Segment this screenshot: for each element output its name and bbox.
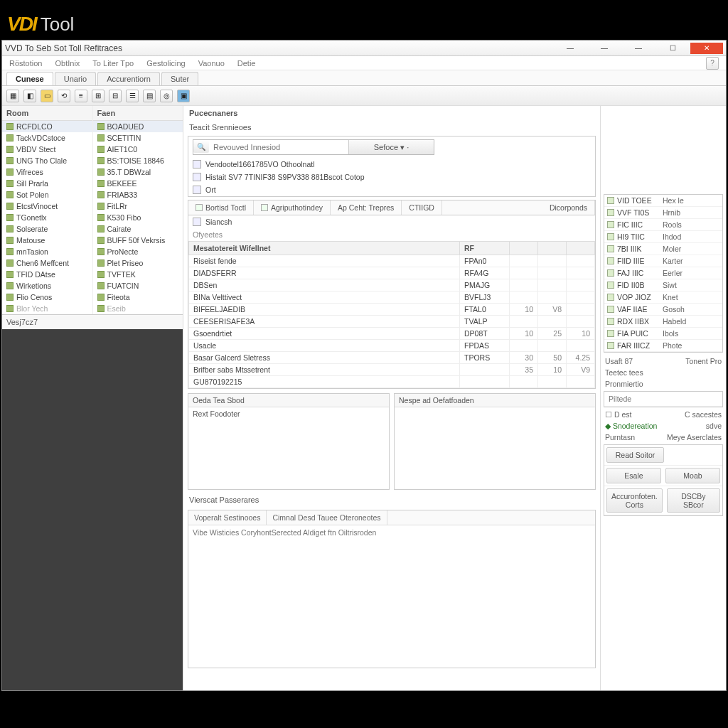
doc-tab[interactable]: Suter	[161, 72, 198, 85]
table-icon[interactable]: ⊞	[92, 90, 105, 102]
tree-item[interactable]: Blor Yech	[2, 303, 92, 314]
grid-col-n1[interactable]	[510, 242, 538, 255]
inner-tab[interactable]: CTIIGD	[402, 200, 442, 215]
tree-item[interactable]: FUATCIN	[93, 280, 183, 291]
tree-item[interactable]: ProNecte	[93, 246, 183, 257]
diag-icon[interactable]: ◎	[160, 90, 173, 102]
quick-row[interactable]: Vendootel1661785VO Othoolnatl	[205, 160, 315, 168]
props-icon[interactable]: ☰	[126, 90, 139, 102]
doc-tab[interactable]: Cunese	[6, 72, 53, 85]
link-icon[interactable]: ⟲	[58, 90, 70, 102]
help-icon[interactable]: ?	[706, 57, 719, 70]
split-a-body[interactable]	[188, 420, 389, 488]
table-row[interactable]: DBSenPMAJG	[189, 279, 595, 291]
esale-button[interactable]: Esale	[606, 468, 661, 483]
tree-item[interactable]: Wirketions	[2, 280, 92, 291]
close-button[interactable]: ✕	[690, 43, 723, 54]
maximize-button[interactable]: ☐	[656, 43, 689, 54]
table-row[interactable]: UsacleFPDAS	[189, 340, 595, 352]
tree-item[interactable]: Flio Cenos	[2, 291, 92, 303]
grid-icon[interactable]: ▦	[6, 90, 19, 102]
tree-item[interactable]: TVFTEK	[93, 269, 183, 280]
table-row[interactable]: Brifber sabs Mtssetrent3510V9	[189, 364, 595, 376]
tree-item[interactable]: K530 Fibo	[93, 212, 183, 223]
lower-tab[interactable]: Cimnal Desd Tauee Oteroneotes	[267, 510, 387, 525]
list-item[interactable]: FIID IIIEKarter	[604, 255, 722, 267]
menu-item[interactable]: Gestolicing	[146, 59, 185, 68]
hidden-button-1[interactable]: —	[588, 43, 621, 54]
table-row[interactable]: GsoendrtietDP08T102510	[189, 328, 595, 340]
dscopy-button[interactable]: DSCBy SBcor	[667, 488, 720, 513]
tree-item[interactable]: AIET1C0	[93, 144, 183, 155]
right-chk3[interactable]: PurntasnMeye Aserclates	[601, 432, 726, 443]
search-input[interactable]	[209, 140, 348, 154]
menu-item[interactable]: Vaonuo	[198, 59, 225, 68]
lower-tab[interactable]: Voperalt Sestinooes	[188, 510, 267, 525]
grid-col-n2[interactable]	[538, 242, 567, 255]
list-item[interactable]: VOP JIOZKnet	[604, 291, 722, 304]
tree-item[interactable]: TackVDCstoce	[2, 132, 92, 144]
inner-tab[interactable]: Agriputhotindey	[254, 200, 331, 215]
tree-item[interactable]: BUFF 50f Vekrsis	[93, 235, 183, 246]
lower-body[interactable]: Vibe Wisticies CoryhontSerected Aldiget …	[188, 525, 595, 668]
inner-tab[interactable]: Dicorponds	[542, 200, 595, 215]
table-row[interactable]: BINa VelttivectBVFLJ3	[189, 291, 595, 304]
tree-item[interactable]: RCFDLCO	[2, 121, 92, 132]
tree-item[interactable]: Cairate	[93, 223, 183, 235]
search-dropdown[interactable]: Sefoce ▾ ·	[348, 140, 434, 154]
moab-button[interactable]: Moab	[665, 468, 720, 483]
table-row[interactable]: BIFEELJAEDIBFTAL010V8	[189, 304, 595, 316]
tree-item[interactable]: Fiteota	[93, 291, 183, 303]
tree-item[interactable]: UNG Tho Clale	[2, 155, 92, 166]
menu-item[interactable]: Detie	[237, 59, 256, 68]
tree-item[interactable]: Sot Polen	[2, 189, 92, 200]
grid-col-n3[interactable]	[567, 242, 595, 255]
list-item[interactable]: VVF TI0SHrnib	[604, 207, 722, 219]
minimize-button[interactable]: —	[554, 43, 587, 54]
quick-row[interactable]: Histait SV7 7TINIF38 S9PV338 881Bscot Co…	[205, 173, 365, 181]
list-item[interactable]: FAR IIICZPhote	[604, 340, 722, 352]
accom-button[interactable]: Accuronfoten. Corts	[606, 488, 663, 513]
module-icon[interactable]: ▣	[177, 90, 190, 102]
tree-item[interactable]: Sill Prarla	[2, 178, 92, 189]
quick-row[interactable]: Ort	[205, 186, 216, 194]
read-button[interactable]: Read Soitor	[606, 447, 664, 463]
right-chk1[interactable]: ☐ D estC sacestes	[601, 409, 726, 420]
tree-item[interactable]: Matouse	[2, 235, 92, 246]
list-item[interactable]: HI9 TIICIhdod	[604, 231, 722, 243]
open-icon[interactable]: ◧	[23, 90, 36, 102]
list-item[interactable]: VID TOEEHex le	[604, 195, 722, 207]
table-row[interactable]: DIADSFERRRFA4G	[189, 267, 595, 279]
tree-item[interactable]: FitLRr	[93, 200, 183, 212]
list-item[interactable]: VAF IIAEGosoh	[604, 304, 722, 316]
doc-tab[interactable]: Unario	[55, 72, 96, 85]
tree-item[interactable]: VBDV Stect	[2, 144, 92, 155]
tree-item[interactable]: BS:TOISE 18846	[93, 155, 183, 166]
subtab[interactable]: Siancsh	[205, 218, 232, 226]
fold-icon[interactable]: ▭	[41, 90, 53, 102]
chart-icon[interactable]: ⊟	[109, 90, 122, 102]
table-row[interactable]: GU870192215	[189, 376, 595, 388]
tree-item[interactable]: BOADUED	[93, 121, 183, 132]
inner-tab[interactable]: Bortisd Toctl	[188, 200, 254, 215]
tree-item[interactable]: mnTasion	[2, 246, 92, 257]
tree-item[interactable]: TGonetlx	[2, 212, 92, 223]
grid-col-code[interactable]: RF	[460, 242, 510, 255]
db-icon[interactable]: ≡	[75, 90, 87, 102]
tree-item[interactable]: FRIAB33	[93, 189, 183, 200]
menu-item[interactable]: To Liter Tpo	[92, 59, 134, 68]
tree-item[interactable]: EtcstVinocet	[2, 200, 92, 212]
menu-item[interactable]: Röstotion	[9, 59, 42, 68]
list-item[interactable]: FIA PUICIbols	[604, 328, 722, 340]
tree-item[interactable]: Solserate	[2, 223, 92, 235]
tree-item[interactable]: Plet Priseo	[93, 257, 183, 269]
split-b-body[interactable]	[395, 407, 595, 489]
right-chk2[interactable]: ◆ Snodereationsdve	[601, 420, 726, 432]
list-item[interactable]: FID II0BSiwt	[604, 279, 722, 291]
list-item[interactable]: FIC IIICRools	[604, 219, 722, 231]
tree-item[interactable]: Vifreces	[2, 166, 92, 178]
table-row[interactable]: CEESERISAFE3ATVALP	[189, 316, 595, 328]
table-row[interactable]: Basar Galcerd SletressTPORS30504.25	[189, 352, 595, 364]
hidden-button-2[interactable]: —	[622, 43, 655, 54]
tree-item[interactable]: Chen6 Meffcent	[2, 257, 92, 269]
